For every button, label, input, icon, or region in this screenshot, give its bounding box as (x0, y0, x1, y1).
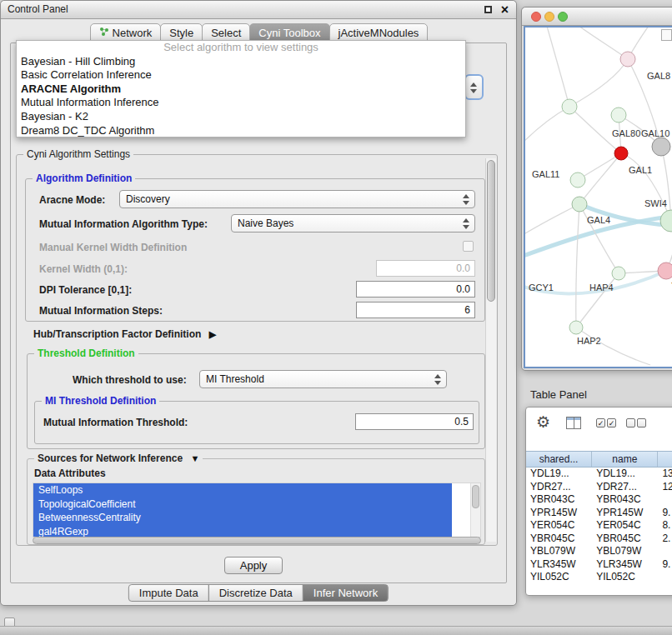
sources-expander[interactable]: Sources for Network Inference ▼ (34, 452, 203, 464)
column-header-name[interactable]: name (592, 452, 658, 467)
select-all-checkbox-icon-2[interactable]: ✓ (607, 418, 616, 428)
mi-steps-input[interactable] (356, 302, 475, 318)
table-body: YDL19... YDL19... 13 YDR27... YDR27... 1… (526, 468, 672, 595)
network-node[interactable] (612, 267, 625, 280)
attribute-item[interactable]: SelfLoops (33, 483, 452, 498)
dropdown-item[interactable]: Basic Correlation Inference (17, 68, 465, 82)
close-icon[interactable]: × (501, 1, 509, 19)
network-canvas[interactable]: GAL8 GAL80 GAL10 GAL11 GAL1 SWI4 GAL4 GC… (524, 26, 672, 368)
cell: YIL052C (592, 571, 658, 584)
deselect-checkbox-icon[interactable] (626, 418, 635, 428)
desktop: Control Panel × Network Style Select Cyn… (0, 0, 672, 635)
group-title: Algorithm Definition (33, 172, 135, 184)
kernel-width-label: Kernel Width (0,1): (39, 263, 128, 275)
minimize-traffic-light[interactable] (544, 12, 554, 22)
attribute-item[interactable]: BetweennessCentrality (33, 511, 452, 525)
cell: YBR045C (592, 532, 658, 546)
manual-kernel-checkbox[interactable] (463, 241, 474, 252)
which-threshold-label: Which threshold to use: (73, 374, 187, 386)
network-node-gal10[interactable] (652, 138, 670, 156)
mi-type-combo[interactable]: Naive Bayes (231, 214, 475, 232)
deselect-checkbox-icon-2[interactable] (637, 418, 646, 428)
tab-discretize-data[interactable]: Discretize Data (208, 584, 303, 602)
control-panel-titlebar[interactable]: Control Panel × (1, 1, 516, 19)
combo-value: MI Threshold (206, 373, 264, 385)
network-scrollbar-button[interactable] (661, 29, 672, 41)
node-label: GAL80 (612, 128, 640, 138)
settings-scrollbar-thumb[interactable] (487, 160, 495, 302)
network-node[interactable] (620, 52, 635, 67)
network-node-gal4[interactable] (572, 197, 587, 212)
table-row[interactable]: YBL079W YBL079W (526, 545, 672, 558)
which-threshold-combo[interactable]: MI Threshold (199, 370, 447, 388)
cell: YBL079W (526, 545, 592, 558)
kernel-width-input[interactable] (376, 260, 475, 277)
network-node[interactable] (562, 99, 577, 114)
cell: YBL079W (592, 545, 658, 558)
node-label: GAL11 (532, 169, 559, 179)
aracne-mode-combo[interactable]: Discovery (119, 190, 475, 208)
dpi-tolerance-input[interactable] (356, 281, 475, 298)
attributes-scrollbar[interactable] (470, 483, 480, 537)
table-panel-window: ⚙ ✓ ✓ shared... name YDL19... YDL19... 1… (525, 407, 672, 596)
algorithm-combo-stepper[interactable] (464, 74, 484, 100)
table-row[interactable]: YLR345W YLR345W 9. (526, 558, 672, 572)
network-node[interactable] (570, 172, 585, 188)
mi-threshold-definition-group: MI Threshold Definition Mutual Informati… (34, 401, 479, 444)
column-header-shared-name[interactable]: shared... (526, 452, 592, 467)
table-row[interactable]: YPR145W YPR145W 9. (526, 507, 672, 520)
network-node[interactable] (658, 262, 672, 279)
gear-icon[interactable]: ⚙ (536, 412, 550, 432)
attributes-h-scrollbar[interactable] (33, 537, 481, 544)
threshold-definition-group: Threshold Definition Which threshold to … (27, 353, 485, 449)
control-panel-window: Control Panel × Network Style Select Cyn… (0, 0, 517, 606)
restore-icon[interactable] (484, 6, 492, 13)
cell: YIL052C (526, 571, 592, 584)
table-row[interactable]: YER054C YER054C 8. (526, 519, 672, 532)
dropdown-item[interactable]: Bayesian - Hill Climbing (17, 55, 465, 69)
attribute-item[interactable]: gal4RGexp (33, 525, 452, 538)
table-row[interactable]: YBR045C YBR045C 2. (526, 532, 672, 546)
hub-tf-expander[interactable]: Hub/Transcription Factor Definition ▶ (33, 328, 216, 340)
network-window-titlebar[interactable] (522, 8, 672, 26)
cell: 13 (658, 468, 672, 481)
attribute-item[interactable]: TopologicalCoefficient (33, 498, 452, 512)
network-node[interactable] (611, 108, 626, 122)
cell: 2. (658, 532, 672, 546)
table-row[interactable]: YIL052C YIL052C (526, 571, 672, 584)
cell: 8. (658, 519, 672, 532)
table-row[interactable]: YDL19... YDL19... 13 (526, 468, 672, 481)
cell: YDR27... (526, 481, 592, 494)
dropdown-item[interactable]: Mutual Information Inference (17, 96, 465, 110)
cell (658, 493, 672, 507)
close-traffic-light[interactable] (531, 12, 541, 22)
network-node-hap2[interactable] (569, 321, 583, 334)
tab-infer-network[interactable]: Infer Network (303, 584, 389, 602)
zoom-traffic-light[interactable] (558, 12, 568, 22)
dropdown-item-selected[interactable]: ARACNE Algorithm (17, 82, 465, 97)
attributes-scrollbar-thumb[interactable] (472, 485, 479, 508)
select-all-checkbox-icon[interactable]: ✓ (596, 418, 605, 428)
cell: YDL19... (526, 468, 592, 481)
attributes-h-scrollbar-thumb[interactable] (33, 537, 481, 544)
node-label: GCY1 (529, 282, 554, 292)
network-node-red[interactable] (614, 147, 628, 160)
columns-icon[interactable] (566, 417, 581, 429)
network-node[interactable] (660, 210, 672, 232)
node-label: HAP2 (577, 336, 601, 346)
tab-label: Select (211, 27, 241, 39)
table-row[interactable]: YBR043C YBR043C (526, 493, 672, 507)
mi-threshold-input[interactable] (355, 413, 474, 430)
dropdown-item[interactable]: Bayesian - K2 (17, 110, 465, 124)
data-attributes-label: Data Attributes (34, 468, 106, 479)
algorithm-definition-group: Algorithm Definition Aracne Mode: Discov… (25, 178, 485, 322)
table-row[interactable]: YDR27... YDR27... 12 (526, 481, 672, 494)
column-header-clipped[interactable] (658, 452, 672, 467)
apply-button[interactable]: Apply (224, 557, 283, 574)
dropdown-item[interactable]: Dream8 DC_TDC Algorithm (17, 124, 465, 138)
tab-impute-data[interactable]: Impute Data (128, 584, 209, 602)
node-label: HAP4 (589, 282, 614, 292)
settings-scrollbar[interactable] (485, 158, 496, 542)
hub-tf-label: Hub/Transcription Factor Definition (33, 328, 201, 340)
bottom-tab-strip: Impute Data Discretize Data Infer Networ… (128, 584, 389, 602)
